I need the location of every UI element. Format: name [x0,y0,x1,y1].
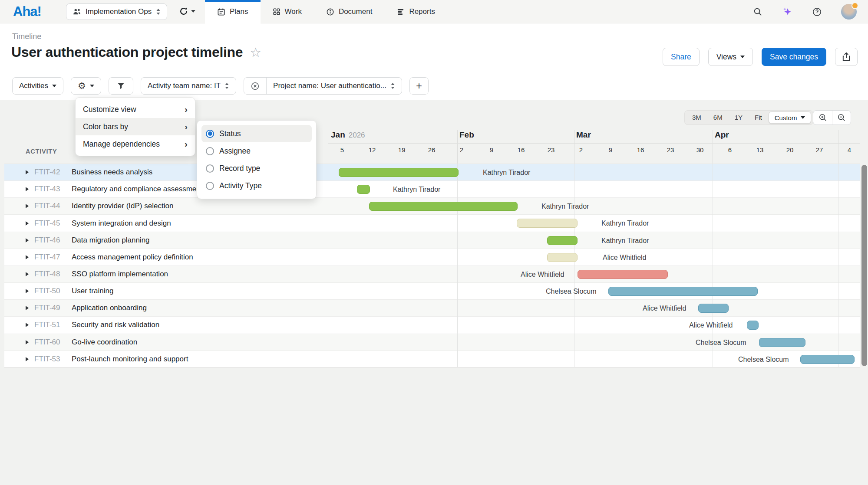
export-button[interactable] [835,48,858,66]
activity-row[interactable]: FTIT-49Application onboardingAlice Whitf… [4,300,860,317]
gantt-bar[interactable] [357,185,370,194]
gantt-bar[interactable] [339,168,459,177]
menu-item-color-bars-by[interactable]: Color bars by › [76,118,195,135]
activity-name[interactable]: Regulatory and compliance assessment [72,185,202,193]
activity-row[interactable]: FTIT-42Business needs analysisKathryn Ti… [4,164,860,181]
remove-filter-button[interactable] [244,78,266,94]
activity-row[interactable]: FTIT-50User trainingChelsea Slocum [4,283,860,300]
cycle-arrow-icon[interactable] [179,7,188,16]
range-custom-button[interactable]: Custom [769,111,812,124]
team-filter-chip[interactable]: Activity team name: IT [141,77,236,95]
save-changes-button[interactable]: Save changes [762,48,826,66]
row-expand-caret[interactable] [26,255,29,259]
activity-row[interactable]: FTIT-43Regulatory and compliance assessm… [4,181,860,198]
option-assignee[interactable]: Assignee [201,142,312,160]
row-expand-caret[interactable] [26,340,29,344]
gantt-bar[interactable] [747,321,759,330]
filter-funnel-button[interactable] [109,77,133,95]
row-expand-caret[interactable] [26,221,29,226]
gantt-bar[interactable] [698,304,729,313]
activity-name[interactable]: Go-live coordination [72,338,137,347]
range-6m-button[interactable]: 6M [708,111,728,125]
week-tick: 13 [756,146,764,154]
menu-item-manage-dependencies[interactable]: Manage dependencies › [76,135,195,153]
assignee-label: Alice Whitfield [689,317,733,334]
row-expand-caret[interactable] [26,323,29,327]
tab-document[interactable]: Document [314,0,384,23]
activity-name[interactable]: Access management policy definition [72,253,193,262]
row-expand-caret[interactable] [26,357,29,361]
activities-dropdown[interactable]: Activities [12,77,63,95]
activity-name[interactable]: System integration and design [72,219,171,228]
activity-row[interactable]: FTIT-48SSO platform implementationAlice … [4,266,860,283]
activity-row[interactable]: FTIT-45System integration and designKath… [4,215,860,232]
radio-selected-icon [206,130,214,138]
tab-reports[interactable]: Reports [384,0,447,23]
menu-item-label: Color bars by [83,122,128,131]
row-expand-caret[interactable] [26,187,29,191]
activity-name[interactable]: Application onboarding [72,304,147,312]
activity-name[interactable]: User training [72,287,113,295]
tab-work[interactable]: Work [261,0,314,23]
zoom-in-button[interactable] [813,111,832,125]
gantt-bar[interactable] [608,287,758,296]
row-expand-caret[interactable] [26,238,29,242]
row-expand-caret[interactable] [26,272,29,276]
week-tick: 6 [728,146,732,154]
favorite-star-icon[interactable]: ☆ [250,46,261,59]
option-activity-type[interactable]: Activity Type [201,177,312,194]
vertical-scrollbar[interactable] [861,165,867,366]
row-expand-caret[interactable] [26,289,29,293]
gantt-bar[interactable] [800,355,855,364]
activity-row[interactable]: FTIT-53Post-launch monitoring and suppor… [4,351,860,368]
avatar[interactable] [841,4,857,20]
gantt-bar[interactable] [517,219,578,228]
view-settings-gear-button[interactable]: ⚙ [71,77,101,95]
option-record-type[interactable]: Record type [201,160,312,177]
gantt-bar[interactable] [578,270,668,279]
chevron-down-icon[interactable] [191,10,195,13]
week-tick: 16 [518,146,525,154]
activity-name[interactable]: Data migration planning [72,236,150,245]
project-filter-value[interactable]: Project name: User authenticatio... [266,78,402,94]
zoom-out-button[interactable] [832,111,851,125]
range-fit-button[interactable]: Fit [749,111,768,125]
people-icon [73,8,81,16]
menu-item-customize-view[interactable]: Customize view › [76,101,195,118]
activity-name[interactable]: Security and risk validation [72,321,159,329]
gantt-bar[interactable] [547,236,578,245]
row-expand-caret[interactable] [26,306,29,310]
activity-row[interactable]: FTIT-60Go-live coordinationChelsea Slocu… [4,334,860,351]
row-expand-caret[interactable] [26,170,29,174]
month-gridline [328,164,328,367]
range-1y-button[interactable]: 1Y [729,111,748,125]
aha-logo[interactable]: Aha! [13,4,41,20]
workspace-selector[interactable]: Implementation Ops [66,3,167,20]
week-tick: 9 [609,146,612,154]
option-status[interactable]: Status [201,125,312,142]
month-gridline [713,130,713,164]
activity-name[interactable]: Post-launch monitoring and support [72,355,188,364]
ai-sparkle-icon[interactable] [782,6,793,17]
tab-plans[interactable]: Plans [205,0,261,23]
range-3m-button[interactable]: 3M [686,111,707,125]
menu-item-label: Customize view [83,105,136,114]
activity-row[interactable]: FTIT-51Security and risk validationAlice… [4,317,860,334]
activity-name[interactable]: Identity provider (IdP) selection [72,202,173,210]
gantt-bar[interactable] [547,253,578,262]
activity-name[interactable]: SSO platform implementation [72,270,168,279]
views-button[interactable]: Views [708,48,753,66]
share-button[interactable]: Share [663,48,700,66]
help-icon[interactable] [812,7,822,17]
gantt-bar[interactable] [369,202,518,211]
gantt-bar[interactable] [759,338,805,347]
activity-row[interactable]: FTIT-47Access management policy definiti… [4,249,860,266]
week-tick: 27 [816,146,823,154]
search-icon[interactable] [753,7,762,16]
time-range-control: 3M 6M 1Y Fit Custom [684,110,813,125]
activity-row[interactable]: FTIT-44Identity provider (IdP) selection… [4,198,860,215]
row-expand-caret[interactable] [26,204,29,208]
add-filter-button[interactable]: + [409,77,429,95]
activity-row[interactable]: FTIT-46Data migration planningKathryn Ti… [4,232,860,249]
activity-name[interactable]: Business needs analysis [72,168,152,177]
